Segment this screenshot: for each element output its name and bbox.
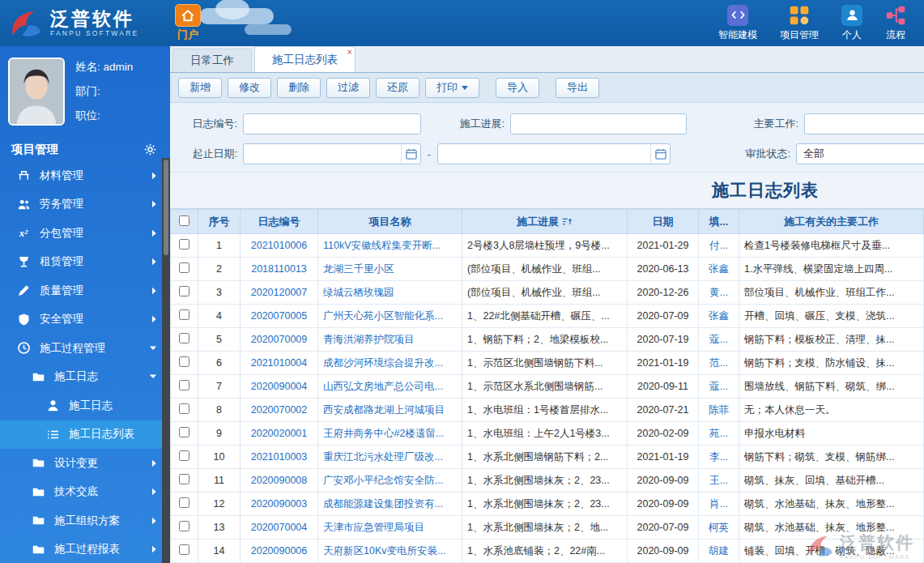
log-code-link[interactable]: 2020070009	[251, 334, 308, 345]
log-code-link[interactable]: 2020120007	[251, 287, 308, 298]
sidebar-item-construction-log-list[interactable]: 施工日志列表	[0, 420, 170, 450]
sidebar-item-construction-log-group[interactable]: 施工日志	[0, 363, 170, 392]
sidebar-item-material[interactable]: 材料管理	[0, 161, 170, 190]
log-code-link[interactable]: 2021010006	[251, 240, 308, 251]
table-row[interactable]: 52020070009青海洪湖养护院项目1、钢筋下料；2、地梁模板校...202…	[171, 328, 924, 352]
filler-link[interactable]: 蔻...	[709, 334, 728, 345]
portal-button[interactable]: 门户	[175, 4, 201, 42]
import-button[interactable]: 导入	[496, 78, 539, 98]
sidebar-item-construction-process[interactable]: 施工过程管理	[0, 334, 170, 363]
filler-link[interactable]: 蔻...	[709, 381, 728, 392]
project-name-link[interactable]: 天津市应急管理局项目	[323, 522, 424, 533]
approval-status-select[interactable]: 全部	[796, 143, 924, 164]
row-checkbox[interactable]	[179, 497, 189, 508]
log-code-link[interactable]: 2020090004	[251, 381, 308, 392]
table-row[interactable]: 132020070004天津市应急管理局项目1、水系北侧围墙抹灰；2、地...2…	[171, 516, 924, 540]
tab-daily-work[interactable]: 日常工作	[172, 49, 252, 72]
sidebar-item-quality[interactable]: 质量管理	[0, 276, 170, 305]
table-row[interactable]: 102021010003重庆江北污水处理厂级改...1、水系北侧围墙钢筋下料；2…	[171, 446, 924, 469]
log-code-link[interactable]: 2020070002	[251, 404, 308, 416]
scrollbar-thumb[interactable]	[164, 160, 168, 255]
project-name-link[interactable]: 成都能源建设集团投资有...	[323, 498, 443, 510]
tab-construction-log-list[interactable]: 施工日志列表×	[254, 46, 356, 72]
row-checkbox[interactable]	[179, 333, 189, 343]
sidebar-item-construction-report[interactable]: 施工过程报表	[0, 535, 170, 563]
filler-link[interactable]: 柯英	[709, 522, 729, 533]
filler-link[interactable]: 付...	[709, 240, 728, 251]
row-checkbox[interactable]	[179, 450, 189, 461]
table-row[interactable]: 82020070002西安成都路龙湖上河城项目1、水电班组：1号楼首层排水...…	[171, 399, 924, 422]
add-button[interactable]: 新增	[178, 78, 222, 98]
sidebar-item-design-change[interactable]: 设计变更	[0, 449, 170, 478]
close-icon[interactable]: ×	[347, 47, 352, 57]
project-name-link[interactable]: 龙湖三千里小区	[323, 263, 394, 275]
edit-button[interactable]: 修改	[228, 78, 271, 98]
log-code-link[interactable]: 2020020001	[251, 428, 308, 439]
nav-modeling[interactable]: 智能建模	[718, 5, 757, 42]
main-work-input[interactable]	[804, 113, 924, 134]
table-row[interactable]: 12021010006110kV安徽线程集变开断...2号楼3人8层墙柱预埋，9…	[171, 234, 924, 258]
filler-link[interactable]: 范...	[709, 357, 728, 369]
row-checkbox[interactable]	[179, 309, 189, 320]
project-name-link[interactable]: 广安邓小平纪念馆安全防...	[323, 475, 443, 486]
filler-link[interactable]: 肖...	[709, 498, 728, 510]
project-name-link[interactable]: 重庆江北污水处理厂级改...	[323, 451, 443, 463]
sidebar-scrollbar[interactable]	[162, 158, 170, 563]
sidebar-item-construction-org-plan[interactable]: 施工组织方案	[0, 506, 170, 535]
table-row[interactable]: 142020090006天府新区10Kv变电所安装...1、水系池底铺装；2、2…	[171, 540, 924, 563]
log-code-link[interactable]: 2020070004	[251, 522, 308, 533]
filler-link[interactable]: 张鑫	[709, 310, 729, 322]
table-row[interactable]: 42020070005广州天心苑小区智能化系...1、22#北侧基础开槽、碾压、…	[171, 305, 924, 328]
sidebar-item-technical-disclosure[interactable]: 技术交底	[0, 478, 170, 507]
project-name-link[interactable]: 110kV安徽线程集变开断...	[323, 240, 441, 251]
project-name-link[interactable]: 王府井商务中心#2楼遗留...	[323, 428, 444, 439]
start-date-input[interactable]	[244, 144, 401, 164]
row-checkbox[interactable]	[179, 286, 189, 296]
log-code-link[interactable]: 2018110013	[251, 263, 307, 275]
row-checkbox[interactable]	[179, 427, 189, 437]
nav-workflow[interactable]: 流程	[885, 5, 906, 42]
sidebar-item-construction-log[interactable]: 施工日志	[0, 391, 170, 420]
row-checkbox[interactable]	[179, 380, 189, 390]
project-name-link[interactable]: 成都沙河环境综合提升改...	[323, 357, 443, 369]
table-row[interactable]: 112020090008广安邓小平纪念馆安全防...1、水系北侧围墙抹灰；2、2…	[171, 469, 924, 493]
select-all-checkbox[interactable]	[179, 215, 189, 226]
filter-button[interactable]: 过滤	[326, 78, 370, 98]
row-checkbox[interactable]	[179, 403, 189, 414]
sort-icon[interactable]	[562, 217, 573, 226]
print-button[interactable]: 打印	[425, 78, 479, 98]
sidebar-item-labor[interactable]: 劳务管理	[0, 190, 170, 220]
row-checkbox[interactable]	[179, 239, 189, 250]
progress-input[interactable]	[510, 113, 687, 134]
filler-link[interactable]: 黄...	[709, 287, 728, 298]
gear-icon[interactable]	[144, 143, 156, 156]
row-checkbox[interactable]	[179, 544, 189, 555]
row-checkbox[interactable]	[179, 474, 189, 484]
sidebar-item-subcontract[interactable]: x²分包管理	[0, 219, 170, 248]
log-code-link[interactable]: 2020090003	[251, 498, 308, 510]
table-row[interactable]: 122020090003成都能源建设集团投资有...1、水系北侧围墙抹灰；2、2…	[171, 493, 924, 516]
project-name-link[interactable]: 西安成都路龙湖上河城项目	[323, 404, 445, 416]
project-name-link[interactable]: 广州天心苑小区智能化系...	[323, 310, 443, 322]
table-row[interactable]: 72020090004山西弘文房地产总公司电...1、示范区水系北侧围墙钢筋..…	[171, 375, 924, 399]
row-checkbox[interactable]	[179, 521, 189, 531]
table-row[interactable]: 32020120007绿城云栖玫瑰园(部位项目、机械作业、班组...2020-1…	[171, 281, 924, 305]
restore-button[interactable]: 还原	[376, 78, 419, 98]
log-code-link[interactable]: 2020090006	[251, 545, 308, 557]
project-name-link[interactable]: 绿城云栖玫瑰园	[323, 287, 394, 298]
calendar-icon[interactable]	[401, 144, 420, 164]
calendar-icon[interactable]	[650, 144, 670, 164]
sidebar-item-safety[interactable]: 安全管理	[0, 305, 170, 335]
filler-link[interactable]: 陈菲	[709, 404, 729, 416]
nav-project-management[interactable]: 项目管理	[780, 5, 819, 42]
table-row[interactable]: 92020020001王府井商务中心#2楼遗留...1、水电班组：上午2人1号楼…	[171, 422, 924, 446]
log-code-link[interactable]: 2021010004	[251, 357, 308, 369]
row-checkbox[interactable]	[179, 356, 189, 367]
log-code-link[interactable]: 2020090008	[251, 475, 308, 486]
delete-button[interactable]: 删除	[277, 78, 321, 98]
project-name-link[interactable]: 天府新区10Kv变电所安装...	[323, 545, 445, 557]
log-number-input[interactable]	[243, 113, 421, 134]
export-button[interactable]: 导出	[556, 78, 599, 98]
log-code-link[interactable]: 2021010003	[251, 451, 308, 463]
filler-link[interactable]: 苑...	[709, 428, 728, 439]
